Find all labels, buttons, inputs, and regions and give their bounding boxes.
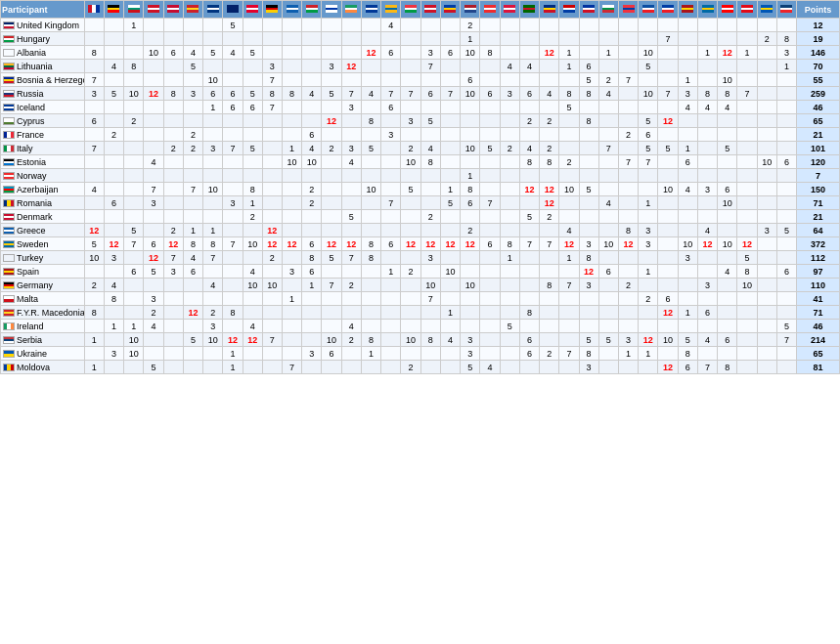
score-cell xyxy=(618,32,638,46)
score-cell xyxy=(282,251,301,265)
score-cell: 2 xyxy=(183,142,202,155)
score-cell xyxy=(183,155,202,169)
score-cell: 12 xyxy=(718,46,737,60)
score-cell xyxy=(282,347,301,361)
score-cell: 1 xyxy=(104,320,123,333)
score-cell xyxy=(223,169,243,183)
score-cell: 10 xyxy=(282,155,301,169)
score-cell: 1 xyxy=(84,361,104,374)
score-cell xyxy=(678,19,697,32)
score-cell xyxy=(718,155,737,169)
score-cell: 7 xyxy=(341,251,361,265)
score-cell xyxy=(461,251,480,265)
score-cell xyxy=(183,347,202,361)
score-cell: 2 xyxy=(104,128,123,142)
score-cell xyxy=(678,292,697,306)
score-cell xyxy=(144,128,163,142)
table-row: Estonia410104108882776106120 xyxy=(1,155,840,169)
score-cell xyxy=(658,320,678,333)
score-cell xyxy=(757,361,776,374)
score-cell xyxy=(381,142,401,155)
score-cell xyxy=(718,32,737,46)
score-cell: 10 xyxy=(718,237,737,251)
total-points: 12 xyxy=(797,19,840,32)
score-cell xyxy=(559,210,579,224)
score-cell xyxy=(243,292,262,306)
score-cell: 5 xyxy=(322,251,341,265)
score-cell: 6 xyxy=(678,361,697,374)
score-cell xyxy=(440,155,460,169)
score-cell: 10 xyxy=(718,196,737,210)
country-flag xyxy=(3,172,15,180)
score-cell xyxy=(461,128,480,142)
score-cell: 3 xyxy=(84,87,104,101)
score-cell xyxy=(618,183,638,196)
score-cell: 6 xyxy=(519,333,539,347)
score-cell: 8 xyxy=(540,155,559,169)
score-cell: 4 xyxy=(500,60,519,73)
score-cell: 12 xyxy=(341,60,361,73)
score-cell xyxy=(401,101,420,114)
flag-header-7 xyxy=(203,1,223,19)
total-points: 55 xyxy=(797,73,840,87)
score-cell xyxy=(243,251,262,265)
score-cell xyxy=(361,224,380,237)
score-cell xyxy=(302,60,322,73)
score-cell: 2 xyxy=(618,128,638,142)
scoreboard-container: Participant xyxy=(0,0,840,374)
score-cell xyxy=(639,361,658,374)
score-cell xyxy=(500,361,519,374)
score-cell: 8 xyxy=(282,87,301,101)
score-cell xyxy=(262,142,282,155)
score-cell xyxy=(500,114,519,128)
score-cell xyxy=(282,306,301,320)
score-cell xyxy=(361,320,380,333)
score-cell xyxy=(697,155,717,169)
score-cell xyxy=(124,101,144,114)
total-points: 71 xyxy=(797,196,840,210)
score-cell: 6 xyxy=(381,237,401,251)
score-cell xyxy=(420,19,440,32)
score-cell xyxy=(757,210,776,224)
score-cell xyxy=(440,142,460,155)
score-cell xyxy=(163,169,183,183)
score-cell: 12 xyxy=(341,237,361,251)
score-cell xyxy=(776,196,796,210)
score-cell: 6 xyxy=(124,265,144,279)
score-cell xyxy=(144,60,163,73)
score-cell: 10 xyxy=(420,279,440,292)
score-cell: 6 xyxy=(639,128,658,142)
participant-name: F.Y.R. Macedonia xyxy=(1,306,85,320)
score-cell xyxy=(678,60,697,73)
score-cell xyxy=(223,155,243,169)
table-row: Ukraine31013613627811865 xyxy=(1,347,840,361)
score-cell xyxy=(322,265,341,279)
score-cell xyxy=(658,46,678,60)
score-cell: 10 xyxy=(203,73,223,87)
score-cell xyxy=(559,142,579,155)
score-cell xyxy=(618,19,638,32)
score-cell xyxy=(697,32,717,46)
table-row: United Kingdom154212 xyxy=(1,19,840,32)
score-cell xyxy=(381,183,401,196)
participant-name: Bosnia & Herzegovina xyxy=(1,73,85,87)
score-cell xyxy=(401,320,420,333)
table-row: Germany244101017210108732310110 xyxy=(1,279,840,292)
flag-header-17 xyxy=(401,1,420,19)
score-cell xyxy=(104,306,123,320)
score-cell xyxy=(381,114,401,128)
score-cell: 12 xyxy=(262,224,282,237)
score-cell xyxy=(618,101,638,114)
score-cell xyxy=(163,19,183,32)
score-cell: 7 xyxy=(124,237,144,251)
score-cell xyxy=(144,224,163,237)
score-cell: 12 xyxy=(262,237,282,251)
score-cell: 8 xyxy=(361,237,380,251)
score-cell xyxy=(361,101,380,114)
flag-header-10 xyxy=(262,1,282,19)
score-cell: 3 xyxy=(144,196,163,210)
score-cell xyxy=(718,279,737,292)
score-cell xyxy=(203,210,223,224)
score-cell xyxy=(618,46,638,60)
score-cell: 3 xyxy=(776,46,796,60)
